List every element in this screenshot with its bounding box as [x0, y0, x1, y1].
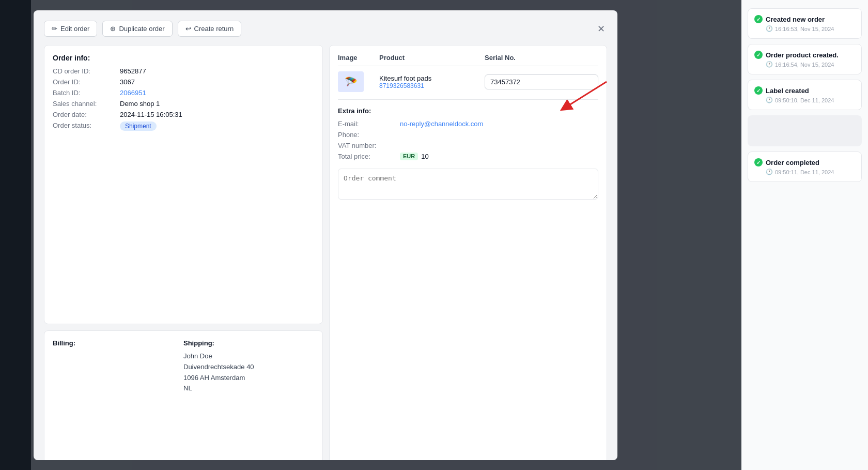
notif-text-2: Order product created. [766, 51, 839, 59]
top-section: Order info: CD order ID: 9652877 Order I… [44, 45, 607, 460]
billing-col: Billing: [53, 339, 183, 394]
order-id-row: Order ID: 3067 [53, 78, 314, 86]
total-price-value: 10 [421, 153, 428, 160]
shipping-city: 1096 AH Amsterdam [183, 373, 314, 384]
notif-time-value-4: 09:50:11, Dec 11, 2024 [775, 169, 834, 175]
duplicate-order-button[interactable]: ⊕ Duplicate order [102, 21, 172, 37]
billing-title: Billing: [53, 339, 183, 347]
notif-title-4: ✓ Order completed [754, 158, 855, 166]
notif-time-value-3: 09:50:10, Dec 11, 2024 [775, 97, 834, 103]
shipping-name: John Doe [183, 351, 314, 362]
vat-row: VAT number: [338, 142, 598, 149]
total-price-row: Total price: EUR 10 [338, 153, 598, 160]
notif-card-3: ✓ Label created 🕐 09:50:10, Dec 11, 2024 [748, 80, 862, 110]
order-info-title: Order info: [53, 54, 314, 62]
notif-text-1: Created new order [766, 16, 825, 23]
product-thumbnail: 🪂 [338, 71, 364, 92]
sales-channel-row: Sales channel: Demo shop 1 [53, 100, 314, 108]
extra-info-title: Extra info: [338, 107, 598, 115]
create-return-button[interactable]: ↩ Create return [178, 21, 242, 37]
notif-time-value-2: 16:16:54, Nov 15, 2024 [775, 62, 834, 68]
notif-time-3: 🕐 09:50:10, Dec 11, 2024 [766, 97, 855, 103]
batch-id-value[interactable]: 2066951 [120, 89, 146, 97]
email-value[interactable]: no-reply@channeldock.com [400, 120, 483, 128]
notif-time-2: 🕐 16:16:54, Nov 15, 2024 [766, 61, 855, 68]
order-date-row: Order date: 2024-11-15 16:05:31 [53, 111, 314, 118]
sales-channel-value: Demo shop 1 [120, 100, 160, 108]
blurred-card-1 [748, 115, 862, 146]
product-name: Kitesurf foot pads [379, 74, 485, 82]
serial-cell [485, 74, 598, 89]
batch-id-row: Batch ID: 2066951 [53, 89, 314, 97]
notif-text-3: Label created [766, 87, 809, 95]
col-image-header: Image [338, 54, 379, 62]
order-id-label: Order ID: [53, 78, 120, 86]
notif-card-4: ✓ Order completed 🕐 09:50:11, Dec 11, 20… [748, 151, 862, 182]
order-date-value: 2024-11-15 16:05:31 [120, 111, 182, 118]
edit-icon: ✏ [52, 25, 57, 33]
serial-input[interactable] [485, 74, 598, 89]
modal-container: ✏ Edit order ⊕ Duplicate order ↩ Create … [34, 10, 617, 460]
email-row: E-mail: no-reply@channeldock.com [338, 120, 598, 128]
notif-card-1: ✓ Created new order 🕐 16:16:53, Nov 15, … [748, 8, 862, 39]
check-icon-1: ✓ [754, 15, 763, 23]
phone-row: Phone: [338, 131, 598, 139]
notif-time-value-1: 16:16:53, Nov 15, 2024 [775, 26, 834, 32]
notif-title-3: ✓ Label created [754, 86, 855, 95]
close-icon: ✕ [597, 24, 605, 34]
product-sku-link[interactable]: 8719326583631 [379, 82, 485, 89]
email-label: E-mail: [338, 120, 400, 128]
create-return-label: Create return [194, 25, 234, 33]
product-table-header: Image Product Serial No. [338, 54, 598, 66]
col-serial-header: Serial No. [485, 54, 598, 62]
order-date-label: Order date: [53, 111, 120, 118]
clock-icon-3: 🕐 [766, 97, 773, 103]
shipping-title: Shipping: [183, 339, 314, 347]
total-price-label: Total price: [338, 153, 400, 160]
batch-id-label: Batch ID: [53, 89, 120, 97]
cd-order-id-value: 9652877 [120, 67, 146, 75]
clock-icon-4: 🕐 [766, 169, 773, 175]
order-comment-textarea[interactable] [338, 169, 598, 200]
phone-label: Phone: [338, 131, 400, 139]
check-icon-3: ✓ [754, 86, 763, 95]
duplicate-icon: ⊕ [110, 25, 116, 33]
product-image-cell: 🪂 [338, 71, 379, 92]
vat-label: VAT number: [338, 142, 400, 149]
extra-info-section: Extra info: E-mail: no-reply@channeldock… [338, 99, 598, 202]
notifications-panel: ✓ Created new order 🕐 16:16:53, Nov 15, … [741, 0, 868, 470]
status-badge: Shipment [120, 122, 157, 131]
billing-shipping-card: Billing: Shipping: John Doe Duivendrecht… [44, 330, 323, 460]
col-product-header: Product [379, 54, 485, 62]
clock-icon-2: 🕐 [766, 61, 773, 68]
notif-title-1: ✓ Created new order [754, 15, 855, 23]
check-icon-2: ✓ [754, 51, 763, 59]
product-name-cell: Kitesurf foot pads 8719326583631 [379, 74, 485, 89]
billing-shipping-row: Billing: Shipping: John Doe Duivendrecht… [53, 339, 314, 394]
duplicate-order-label: Duplicate order [119, 25, 164, 33]
shipping-address: Duivendrechtsekade 40 [183, 362, 314, 373]
notif-text-4: Order completed [766, 159, 819, 166]
edit-order-button[interactable]: ✏ Edit order [44, 21, 97, 37]
notif-title-2: ✓ Order product created. [754, 51, 855, 59]
notif-time-1: 🕐 16:16:53, Nov 15, 2024 [766, 25, 855, 32]
left-column: Order info: CD order ID: 9652877 Order I… [44, 45, 323, 460]
clock-icon-1: 🕐 [766, 25, 773, 32]
return-icon: ↩ [185, 25, 191, 33]
order-info-card: Order info: CD order ID: 9652877 Order I… [44, 45, 323, 324]
modal-header: ✏ Edit order ⊕ Duplicate order ↩ Create … [44, 21, 607, 37]
check-icon-4: ✓ [754, 158, 763, 166]
edit-order-label: Edit order [60, 25, 89, 33]
close-button[interactable]: ✕ [595, 21, 607, 37]
product-row: 🪂 Kitesurf foot pads 8719326583631 [338, 71, 598, 92]
sales-channel-label: Sales channel: [53, 100, 120, 108]
notif-card-2: ✓ Order product created. 🕐 16:16:54, Nov… [748, 44, 862, 74]
shipping-country: NL [183, 383, 314, 394]
order-status-row: Order status: Shipment [53, 122, 314, 131]
order-id-value: 3067 [120, 78, 135, 86]
currency-badge: EUR [400, 153, 418, 160]
product-card: Image Product Serial No. 🪂 Kitesurf foot… [329, 45, 607, 460]
notif-time-4: 🕐 09:50:11, Dec 11, 2024 [766, 169, 855, 175]
cd-order-id-row: CD order ID: 9652877 [53, 67, 314, 75]
modal-overlay: ✏ Edit order ⊕ Duplicate order ↩ Create … [0, 0, 868, 470]
